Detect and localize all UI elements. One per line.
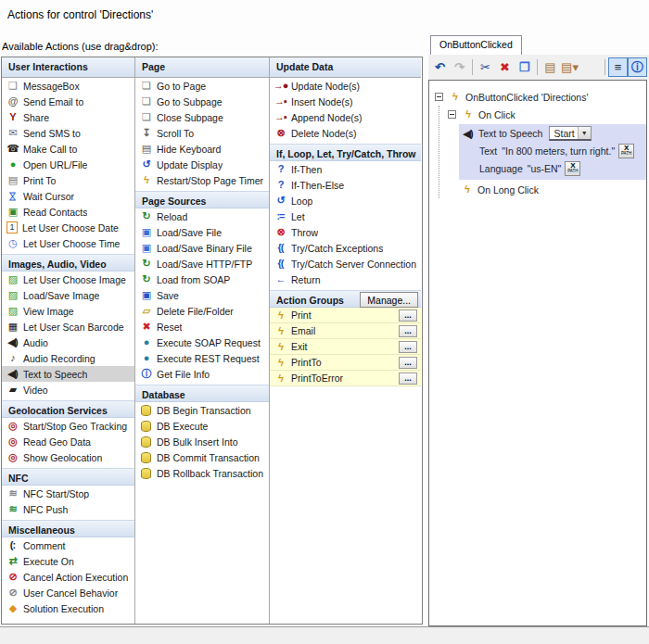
return-icon: ← xyxy=(273,272,288,286)
more-button[interactable]: ... xyxy=(399,325,417,337)
info-view-icon[interactable]: ⓘ xyxy=(628,57,647,77)
action-item[interactable]: ⊗Throw xyxy=(270,224,421,240)
action-item[interactable]: 1Let User Choose Date xyxy=(2,220,134,235)
action-item[interactable]: DB Commit Transaction xyxy=(135,449,269,465)
tts-start-dropdown[interactable]: Start ▼ xyxy=(549,126,591,141)
collapse-expander-icon[interactable] xyxy=(448,110,456,119)
action-item[interactable]: ϟExit... xyxy=(270,339,421,355)
action-item[interactable]: ϟPrintToError... xyxy=(270,371,421,386)
action-item[interactable]: {(Try/Catch Server Connection xyxy=(270,256,421,271)
action-item[interactable]: ▣Load/Save File xyxy=(135,224,269,240)
xpath-button[interactable]: X PATH xyxy=(618,144,634,158)
xpath-button[interactable]: X PATH xyxy=(565,161,580,176)
action-item[interactable]: ◷Let User Choose Time xyxy=(2,235,134,251)
try-catch-icon: {( xyxy=(273,241,288,255)
action-item[interactable]: ⊘User Cancel Behavior xyxy=(2,585,134,600)
action-item[interactable]: ←Return xyxy=(270,271,421,287)
action-item[interactable]: ▤Print To xyxy=(2,172,134,188)
action-item[interactable]: ◀)Audio xyxy=(2,335,134,350)
more-button[interactable]: ... xyxy=(399,373,417,385)
action-item[interactable]: ▣Load/Save Binary File xyxy=(135,240,269,256)
action-item[interactable]: ↻Load/Save HTTP/FTP xyxy=(135,256,269,271)
action-item[interactable]: ↺Update Display xyxy=(135,157,269,172)
action-item[interactable]: ↧Scroll To xyxy=(135,125,269,141)
action-item[interactable]: YShare xyxy=(2,109,134,125)
action-item[interactable]: ?If-Then-Else xyxy=(270,177,421,193)
tree-onclick-row[interactable]: ϟ On Click xyxy=(448,106,646,123)
action-item[interactable]: ↺Loop xyxy=(270,193,421,208)
action-item[interactable]: ❏Close Subpage xyxy=(135,109,269,125)
action-item[interactable]: ▰Video xyxy=(2,382,134,398)
action-item-label: Share xyxy=(23,112,49,123)
undo-icon[interactable]: ↶ xyxy=(430,57,450,77)
action-item[interactable]: DB Bulk Insert Into xyxy=(135,434,269,449)
action-item[interactable]: ◎Start/Stop Geo Tracking xyxy=(2,418,134,434)
action-item[interactable]: ●Open URL/File xyxy=(2,157,134,172)
comments-view-icon[interactable]: ≡ xyxy=(608,57,628,77)
action-item[interactable]: ▣Save xyxy=(135,287,269,303)
text-to-speech-action[interactable]: ◀) Text to Speech Start ▼ Text "In 800 m… xyxy=(459,124,647,180)
action-item[interactable]: ϟPrintTo... xyxy=(270,355,421,371)
page-timer-icon: ϟ xyxy=(138,173,154,187)
action-item[interactable]: →▪Insert Node(s) xyxy=(270,94,421,109)
action-item[interactable]: ❏Go to Page xyxy=(135,78,269,94)
action-item[interactable]: ◀)Text to Speech xyxy=(2,366,134,382)
action-item[interactable]: ϟEmail... xyxy=(270,323,421,339)
tree-root-row[interactable]: ϟ OnButtonClicked 'Directions' xyxy=(435,88,646,106)
action-item[interactable]: ▨Let User Choose Image xyxy=(2,271,134,287)
action-item-label: Let User Choose Image xyxy=(23,274,126,285)
action-item[interactable]: ☎Make Call to xyxy=(2,141,134,157)
more-button[interactable]: ... xyxy=(399,341,417,353)
more-button[interactable]: ... xyxy=(399,309,417,322)
tab-onbuttonclicked[interactable]: OnButtonClicked xyxy=(430,35,522,55)
paste-icon[interactable]: ▤ xyxy=(541,57,560,77)
action-item[interactable]: DB Execute xyxy=(135,418,269,434)
action-item[interactable]: ♪Audio Recording xyxy=(2,350,134,366)
action-item[interactable]: ◎Read Geo Data xyxy=(2,434,134,449)
more-button[interactable]: ... xyxy=(399,357,417,369)
action-item[interactable]: ⋈Wait Cursor xyxy=(2,188,134,204)
action-item[interactable]: ▦Let User Scan Barcode xyxy=(2,319,134,335)
action-item[interactable]: ⇄Execute On xyxy=(2,553,134,569)
action-item[interactable]: ❏Go to Subpage xyxy=(135,94,269,109)
paste-dropdown-icon[interactable]: ▤▾ xyxy=(560,57,579,77)
action-item[interactable]: ▱Delete File/Folder xyxy=(135,303,269,319)
action-item[interactable]: ●Execute REST Request xyxy=(135,350,269,366)
action-item[interactable]: ≋NFC Push xyxy=(2,501,134,517)
action-item[interactable]: (:Comment xyxy=(2,537,134,553)
action-item[interactable]: →▪Append Node(s) xyxy=(270,109,421,125)
action-item[interactable]: ✖Reset xyxy=(135,319,269,335)
cut-icon[interactable]: ✂ xyxy=(476,57,495,77)
action-item[interactable]: @Send Email to xyxy=(2,94,134,109)
action-item[interactable]: ▨View Image xyxy=(2,303,134,319)
action-item[interactable]: ⊘Cancel Action Execution xyxy=(2,569,134,585)
action-item[interactable]: {(Try/Catch Exceptions xyxy=(270,240,421,256)
action-item[interactable]: ◆Solution Execution xyxy=(2,600,134,616)
action-item[interactable]: ●Execute SOAP Request xyxy=(135,335,269,350)
action-item[interactable]: ↻Load from SOAP xyxy=(135,271,269,287)
action-item[interactable]: ?If-Then xyxy=(270,161,421,177)
action-item[interactable]: ❑MessageBox xyxy=(2,78,134,94)
action-item[interactable]: DB Rollback Transaction xyxy=(135,465,269,481)
manage-groups-button[interactable]: Manage... xyxy=(360,292,418,308)
actions-column: Page❏Go to Page❏Go to Subpage❏Close Subp… xyxy=(135,57,270,624)
action-item[interactable]: ϟRestart/Stop Page Timer xyxy=(135,172,269,188)
collapse-expander-icon[interactable] xyxy=(435,93,443,101)
action-item[interactable]: DB Begin Transaction xyxy=(135,402,269,418)
action-item[interactable]: ⊗Delete Node(s) xyxy=(270,125,421,141)
action-item[interactable]: ϟPrint... xyxy=(270,308,421,323)
action-item[interactable]: ↻Reload xyxy=(135,208,269,224)
action-item[interactable]: ◎Show Geolocation xyxy=(2,449,134,465)
tree-onlongclick-row[interactable]: ϟ On Long Click xyxy=(459,181,646,198)
action-item[interactable]: :=Let xyxy=(270,208,421,224)
redo-icon[interactable]: ↷ xyxy=(450,57,469,77)
action-item[interactable]: ✉Send SMS to xyxy=(2,125,134,141)
action-item[interactable]: ▨Load/Save Image xyxy=(2,287,134,303)
action-item[interactable]: ▣Read Contacts xyxy=(2,204,134,220)
action-item[interactable]: ⓘGet File Info xyxy=(135,366,269,382)
action-item[interactable]: ▤Hide Keyboard xyxy=(135,141,269,157)
action-item[interactable]: ≋NFC Start/Stop xyxy=(2,486,134,501)
copy-icon[interactable]: ❐ xyxy=(515,57,534,77)
action-item[interactable]: →●Update Node(s) xyxy=(270,78,421,94)
delete-icon[interactable]: ✖ xyxy=(495,57,515,77)
